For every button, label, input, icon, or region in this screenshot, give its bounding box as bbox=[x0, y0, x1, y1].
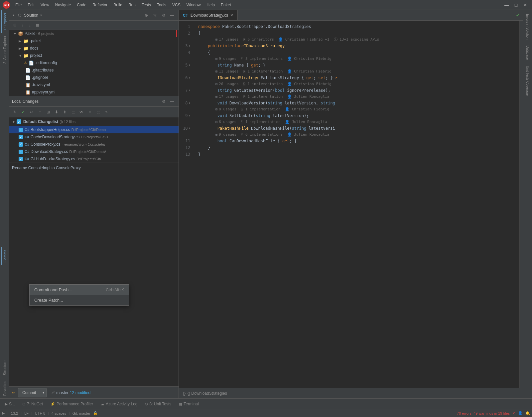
file-checkbox-5[interactable]: ✓ bbox=[19, 157, 23, 161]
code-area[interactable]: namespace Paket.Bootstrapper.DownloadStr… bbox=[196, 21, 519, 388]
database-tab[interactable]: Database bbox=[524, 43, 531, 63]
editor-panel: C# IDownloadStrategy.cs ✕ ✓ 1 2 · 3 ⬇ 4 … bbox=[179, 10, 523, 398]
file-checkbox-4[interactable]: ✓ bbox=[19, 150, 23, 154]
bottom-tab-profiler[interactable]: ⚡ Performance Profiler bbox=[47, 400, 96, 408]
create-patch-item[interactable]: Create Patch... bbox=[30, 295, 129, 305]
commit-vertical-label[interactable]: Commit bbox=[1, 247, 8, 265]
down-btn[interactable]: ↓ bbox=[27, 22, 33, 29]
change-file-cache[interactable]: ✓ C# CacheDownloadStrategy.cs D:\Project… bbox=[9, 133, 179, 141]
line-num-5: 5 ⬇ bbox=[179, 62, 193, 69]
tree-item-gitattributes[interactable]: 📄 .gitattributes bbox=[9, 67, 179, 74]
tree-item-paket[interactable]: ▼ 📦 Paket · 6 projects bbox=[9, 30, 179, 37]
sidebar-label-favorites[interactable]: Favorites bbox=[1, 378, 8, 398]
tab-close-icon[interactable]: ✕ bbox=[230, 13, 233, 18]
refresh-btn[interactable]: ↻ bbox=[11, 108, 19, 116]
filter-btn[interactable]: ⚏ bbox=[94, 108, 102, 116]
shelf-btn[interactable]: ⬇ bbox=[53, 108, 60, 116]
changes-minimize-btn[interactable]: — bbox=[169, 98, 176, 105]
diff-btn[interactable]: ⊞ bbox=[45, 108, 52, 116]
minimize-button[interactable]: — bbox=[503, 2, 511, 8]
view-btn[interactable]: ▦ bbox=[34, 22, 41, 29]
tree-item-project[interactable]: ▼ 📁 project bbox=[9, 52, 179, 59]
explorer-section: ▲ ⬡ Solution ▾ ⊕ ⇆ ⚙ — ⊞ ↑ ↓ ▦ bbox=[9, 10, 179, 96]
tree-item-gitignore[interactable]: 📄 .gitignore bbox=[9, 74, 179, 81]
file-checkbox-3[interactable]: ✓ bbox=[19, 142, 23, 147]
breadcrumb-text: {} DownloadStrategies bbox=[188, 391, 227, 396]
commit-and-push-item[interactable]: Commit and Push... Ctrl+Alt+K bbox=[30, 285, 129, 295]
menu-view[interactable]: View bbox=[38, 2, 52, 8]
code-line-8: void DownloadVersion(string latestVersio… bbox=[196, 100, 519, 106]
line-numbers: 1 2 · 3 ⬇ 4 · 5 ⬇ · 6 ⬇ · 7 ⬇ · 8 ⬇ · 9 … bbox=[179, 21, 196, 388]
eye-btn[interactable]: 👁 bbox=[78, 108, 85, 116]
check-btn[interactable]: ✓ bbox=[20, 108, 27, 116]
file-checkbox-1[interactable]: ✓ bbox=[19, 128, 23, 132]
bottom-tab-terminal[interactable]: ▦ Terminal bbox=[175, 400, 202, 408]
menu-run[interactable]: Run bbox=[126, 2, 138, 8]
menu-file[interactable]: File bbox=[13, 2, 24, 8]
tree-item-editorconfig[interactable]: ⚠ 📄 .editorconfig bbox=[9, 59, 179, 67]
changes-settings-btn[interactable]: ⚙ bbox=[160, 98, 167, 105]
changelist-header[interactable]: ▼ ✓ Default Changelist (i) 12 files bbox=[9, 117, 179, 126]
status-right: 70 errors, 49 warnings in 19 files ⊘ 👤 🔔 bbox=[457, 411, 530, 415]
menu-help[interactable]: Help bbox=[204, 2, 217, 8]
changes-tools: ⚙ — bbox=[160, 98, 176, 105]
menu-build[interactable]: Build bbox=[111, 2, 125, 8]
commit-message: Rename ConsoleImpl to ConsoleProxy bbox=[12, 166, 81, 170]
unshelve-btn[interactable]: ⬆ bbox=[61, 108, 68, 116]
errors-solution-tab[interactable]: Errors in Solution bbox=[524, 11, 531, 42]
menu-window[interactable]: Window bbox=[184, 2, 203, 8]
stop-icon: ⊘ bbox=[512, 411, 515, 415]
locate-btn[interactable]: ⊕ bbox=[143, 12, 150, 19]
gitignore-icon: 📄 bbox=[25, 75, 31, 80]
sidebar-label-explorer[interactable]: 1: Explorer bbox=[1, 10, 8, 33]
editor-tab-idownload[interactable]: C# IDownloadStrategy.cs ✕ bbox=[179, 10, 238, 20]
maximize-button[interactable]: □ bbox=[512, 2, 520, 8]
undo-btn[interactable]: ↩ bbox=[28, 108, 35, 116]
menu-paket[interactable]: Paket bbox=[218, 2, 234, 8]
settings-btn[interactable]: ⚙ bbox=[160, 12, 167, 19]
sidebar-label-azure[interactable]: 2: Azure Explorer bbox=[1, 33, 8, 66]
bottom-tab-nuget[interactable]: ⊙ 7: NuGet bbox=[19, 400, 46, 408]
menu-tests[interactable]: Tests bbox=[139, 2, 154, 8]
tree-item-travis[interactable]: 📋 .travis.yml bbox=[9, 81, 179, 88]
collapse-btn[interactable]: ⇆ bbox=[151, 12, 159, 19]
tree-item-appveyor[interactable]: 📋 appveyor.yml bbox=[9, 88, 179, 96]
menu-vcs[interactable]: VCS bbox=[170, 2, 183, 8]
line-num-8: 8 ⬇ bbox=[179, 100, 193, 106]
more-btn[interactable]: » bbox=[103, 108, 110, 116]
close-button[interactable]: ✕ bbox=[521, 2, 529, 8]
changelist-checkbox[interactable]: ✓ bbox=[17, 119, 21, 124]
change-file-github[interactable]: ✓ C# GitHubD...ckaStrategy.cs D:\Project… bbox=[9, 155, 179, 163]
group-btn[interactable]: ⚌ bbox=[69, 108, 77, 116]
solution-dropdown-icon[interactable]: ▾ bbox=[40, 13, 42, 17]
up-btn[interactable]: ↑ bbox=[19, 22, 26, 29]
bottom-tab-azure[interactable]: ☁ Azure Activity Log bbox=[97, 400, 141, 408]
scope-btn[interactable]: ⊞ bbox=[11, 22, 18, 29]
code-line-6: IDownloadStrategy FallbackStrategy { get… bbox=[196, 74, 519, 81]
editor-content[interactable]: 1 2 · 3 ⬇ 4 · 5 ⬇ · 6 ⬇ · 7 ⬇ · 8 ⬇ · 9 … bbox=[179, 21, 523, 388]
sort-btn[interactable]: ≡ bbox=[86, 108, 93, 116]
editor-breadcrumb: {} {} DownloadStrategies bbox=[179, 388, 523, 398]
bottom-tab-s[interactable]: ▶ S... bbox=[1, 400, 18, 408]
menu-edit[interactable]: Edit bbox=[25, 2, 37, 8]
unit-tests-tab[interactable]: Unit Tests Coverage bbox=[524, 63, 531, 98]
sidebar-label-structure[interactable]: Structure bbox=[1, 358, 8, 378]
menu-navigate[interactable]: Navigate bbox=[53, 2, 73, 8]
commit-dropdown-arrow[interactable]: ▾ bbox=[40, 388, 47, 397]
menu-code[interactable]: Code bbox=[74, 2, 89, 8]
menu-refactor[interactable]: Refactor bbox=[90, 2, 110, 8]
change-file-bootstrapper[interactable]: ✓ C# BootstrapperHelper.cs D:\Projects\G… bbox=[9, 126, 179, 133]
move-btn[interactable]: ↕ bbox=[36, 108, 44, 116]
line-num-meta8: · bbox=[179, 132, 193, 138]
menu-tools[interactable]: Tools bbox=[154, 2, 169, 8]
editor-scrollbar[interactable] bbox=[519, 21, 523, 388]
file-checkbox-2[interactable]: ✓ bbox=[19, 135, 23, 139]
tree-item-docs[interactable]: ▶ 📁 docs bbox=[9, 45, 179, 52]
commit-push-label: Commit and Push... bbox=[34, 287, 72, 292]
change-file-console[interactable]: ✓ C# ConsoleProxy.cs - renamed from Cons… bbox=[9, 141, 179, 148]
minimize-panel-btn[interactable]: — bbox=[169, 12, 176, 19]
commit-button[interactable]: Commit bbox=[18, 389, 40, 396]
change-file-download[interactable]: ✓ C# DownloadStrategy.cs D:\Projects\Git… bbox=[9, 148, 179, 155]
bottom-tab-unittests[interactable]: ⊙ 8: Unit Tests bbox=[141, 400, 175, 408]
tree-item-paket-folder[interactable]: ▶ 📁 .paket bbox=[9, 37, 179, 45]
